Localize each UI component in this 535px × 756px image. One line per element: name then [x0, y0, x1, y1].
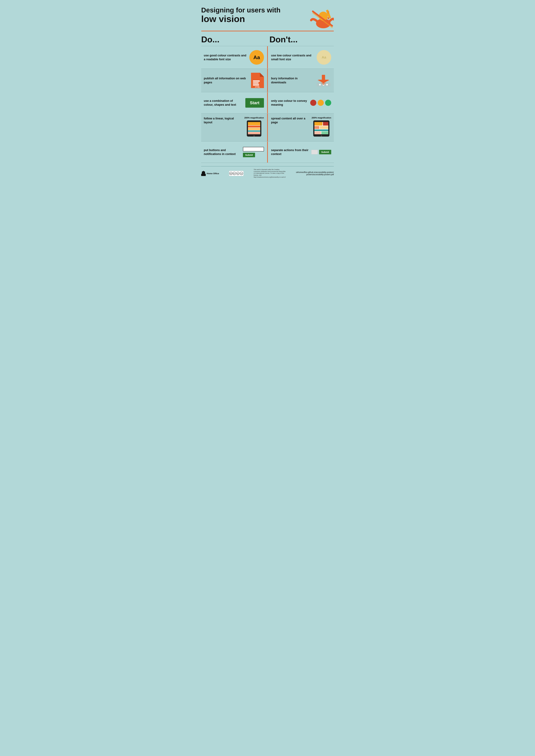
dont-colour-contrast-text: use low colour contrasts and small font … — [271, 53, 314, 62]
svg-rect-34 — [314, 122, 323, 125]
footer: Home Office cc BY NC SA This work is lic… — [201, 166, 334, 178]
footer-url: ukhomeoffice.github.io/accessibility-pos… — [296, 171, 334, 176]
svg-rect-28 — [248, 128, 260, 130]
color-circles-icon — [310, 100, 331, 106]
svg-rect-10 — [253, 80, 260, 82]
svg-text:BY: BY — [234, 173, 236, 175]
red-circle — [310, 100, 316, 106]
page: Designing for users with low vision — [195, 0, 340, 181]
green-circle — [325, 100, 331, 106]
amber-circle — [318, 100, 324, 106]
submit-input-bad — [311, 150, 318, 154]
dont-separate-actions-icon: Submit — [311, 150, 331, 154]
dont-header: Don't... — [266, 35, 334, 46]
svg-rect-37 — [320, 126, 328, 129]
svg-point-16 — [319, 84, 321, 86]
row-colour-shapes: use a combination of colour, shapes and … — [201, 92, 334, 113]
submit-button-good[interactable]: Submit — [243, 153, 255, 157]
columns-header: Do... Don't... — [201, 35, 334, 46]
svg-rect-26 — [248, 122, 260, 125]
svg-rect-11 — [253, 82, 259, 84]
submit-input-good — [243, 147, 264, 151]
do-web-pages: publish all information on web pages HTM… — [201, 69, 267, 92]
do-web-pages-icon: HTML — [251, 73, 264, 88]
svg-text:HTML: HTML — [255, 86, 260, 88]
start-button-icon: Start — [245, 98, 264, 108]
html-doc-icon: HTML — [251, 73, 264, 88]
cc-badge: cc BY NC SA — [229, 171, 243, 176]
dont-separate-actions-text: separate actions from their context — [271, 148, 309, 156]
svg-marker-9 — [260, 73, 264, 77]
submit-bad-icon: Submit — [311, 150, 331, 154]
home-office-icon — [201, 171, 206, 176]
dont-colour-only-icon — [310, 100, 331, 106]
do-colour-contrast: use good colour contrasts and a readable… — [201, 46, 267, 68]
header-title: Designing for users with low vision — [201, 7, 280, 24]
page-title: Designing for users with low vision — [201, 7, 280, 24]
dont-spread-text: spread content all over a page — [271, 117, 309, 124]
do-web-pages-text: publish all information on web pages — [204, 76, 248, 84]
svg-rect-40 — [321, 131, 328, 134]
do-colour-contrast-text: use good colour contrasts and a readable… — [204, 53, 247, 62]
download-icon — [316, 73, 331, 87]
submit-button-bad[interactable]: Submit — [319, 150, 331, 154]
do-colour-contrast-icon: Aa — [249, 50, 264, 65]
svg-point-31 — [253, 135, 255, 137]
svg-text:NC: NC — [237, 173, 239, 175]
row-layout: follow a linear, logical layout 200% mag… — [201, 113, 334, 141]
svg-rect-35 — [323, 122, 328, 125]
tablet-bad-icon — [312, 120, 330, 137]
svg-rect-27 — [248, 125, 260, 127]
do-colour-shapes: use a combination of colour, shapes and … — [201, 92, 267, 113]
header-divider — [201, 31, 334, 31]
do-colour-shapes-icon: Start — [245, 98, 264, 108]
svg-point-47 — [204, 172, 205, 172]
do-buttons-context-text: put buttons and notifications in context — [204, 148, 240, 156]
svg-point-41 — [321, 135, 322, 137]
header: Designing for users with low vision — [201, 7, 334, 29]
do-buttons-context-icon: Submit — [243, 147, 264, 157]
dont-spread-icon: 200% magnification — [312, 117, 331, 137]
svg-rect-29 — [248, 130, 260, 132]
aa-bad-icon: Aa — [317, 50, 331, 65]
dont-colour-contrast-icon: Aa — [317, 50, 331, 65]
svg-rect-30 — [248, 132, 260, 134]
svg-rect-39 — [314, 131, 321, 134]
footer-license-text: This work is licensed under the Creative… — [254, 169, 286, 178]
svg-rect-36 — [314, 126, 319, 129]
do-header: Do... — [201, 35, 266, 46]
svg-point-18 — [326, 84, 328, 86]
dont-colour-only-text: only use colour to convey meaning — [271, 99, 308, 107]
svg-rect-12 — [253, 84, 259, 86]
svg-point-45 — [202, 172, 203, 172]
row-buttons-context: put buttons and notifications in context… — [201, 141, 334, 163]
low-vision-icon — [308, 7, 334, 29]
dont-separate-actions: separate actions from their context Subm… — [268, 142, 334, 163]
rows-wrapper: use good colour contrasts and a readable… — [201, 46, 334, 163]
do-layout-icon: 200% magnification — [244, 117, 264, 137]
do-buttons-context: put buttons and notifications in context… — [201, 142, 267, 163]
svg-rect-43 — [202, 172, 205, 174]
svg-rect-38 — [314, 129, 328, 131]
tablet-good-icon — [246, 120, 262, 137]
dont-downloads-icon — [316, 73, 331, 87]
dont-colour-contrast: use low colour contrasts and small font … — [268, 46, 334, 68]
aa-good-icon: Aa — [249, 50, 264, 65]
do-colour-shapes-text: use a combination of colour, shapes and … — [204, 99, 243, 107]
dont-colour-only: only use colour to convey meaning — [268, 92, 334, 113]
dont-downloads-text: bury information in downloads — [271, 76, 313, 84]
magnification-bad: 200% magnification — [312, 117, 331, 137]
do-layout-text: follow a linear, logical layout — [204, 117, 242, 124]
svg-text:SA: SA — [241, 173, 242, 175]
svg-point-46 — [203, 171, 204, 172]
row-colour-contrast: use good colour contrasts and a readable… — [201, 46, 334, 68]
row-web-pages: publish all information on web pages HTM… — [201, 68, 334, 92]
svg-text:cc: cc — [230, 173, 232, 175]
dont-spread: spread content all over a page 200% magn… — [268, 114, 334, 141]
magnification-label-good: 200% magnification — [244, 117, 264, 119]
magnification-good: 200% magnification — [244, 117, 264, 137]
footer-cc-license: cc BY NC SA — [229, 171, 243, 176]
dont-downloads: bury information in downloads — [268, 69, 334, 92]
submit-good-icon: Submit — [243, 147, 264, 157]
footer-brand: Home Office — [201, 171, 219, 176]
